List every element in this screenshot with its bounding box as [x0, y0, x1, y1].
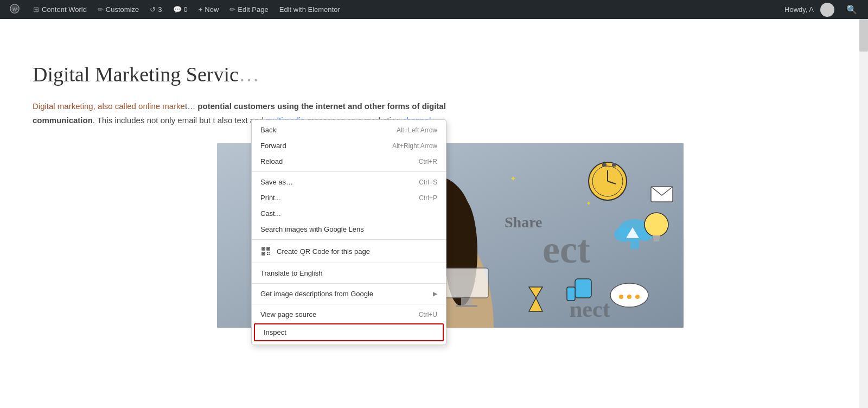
svg-point-30 [627, 295, 631, 299]
create-qr-label: Create QR Code for this page [277, 247, 370, 256]
context-menu-save-as[interactable]: Save as… Ctrl+S [252, 174, 446, 190]
search-icon[interactable]: 🔍 [840, 4, 864, 15]
comments-count: 0 [184, 5, 188, 14]
site-name-label: Content World [42, 5, 87, 14]
svg-rect-65 [267, 254, 268, 255]
save-as-label: Save as… [260, 178, 293, 186]
context-menu-search-images[interactable]: Search images with Google Lens [252, 221, 446, 237]
context-menu-print[interactable]: Print... Ctrl+P [252, 190, 446, 206]
new-label: New [205, 5, 219, 14]
site-icon: ⊞ [33, 5, 39, 14]
svg-rect-60 [267, 248, 269, 250]
separator-2 [252, 239, 446, 240]
updates-icon: ↺ [150, 5, 156, 14]
customize-label: Customize [106, 5, 139, 14]
svg-text:✦: ✦ [586, 200, 591, 207]
svg-point-31 [635, 295, 640, 299]
adminbar-new[interactable]: + New [193, 0, 225, 19]
svg-text:ect: ect [542, 228, 590, 271]
context-menu-view-source[interactable]: View page source Ctrl+U [252, 307, 446, 322]
context-menu-inspect[interactable]: Inspect [254, 323, 444, 341]
svg-rect-26 [575, 279, 591, 298]
context-menu-cast[interactable]: Cast... [252, 206, 446, 221]
page-title: Digital Marketing Servic… [33, 62, 835, 86]
edit-page-label: Edit Page [238, 5, 268, 14]
updates-count: 3 [158, 5, 162, 14]
svg-rect-24 [653, 235, 660, 239]
separator-4 [252, 283, 446, 284]
reload-shortcut: Ctrl+R [419, 158, 437, 165]
adminbar-updates[interactable]: ↺ 3 [144, 0, 167, 19]
svg-rect-63 [267, 252, 268, 253]
context-menu-forward[interactable]: Forward Alt+Right Arrow [252, 138, 446, 154]
svg-rect-27 [567, 287, 575, 301]
separator-1 [252, 171, 446, 172]
svg-rect-17 [612, 163, 616, 167]
context-menu: Back Alt+Left Arrow Forward Alt+Right Ar… [251, 119, 446, 345]
howdy-label: Howdy, A [784, 5, 814, 14]
separator-3 [252, 263, 446, 263]
adminbar-right: Howdy, A 🔍 [784, 3, 864, 17]
svg-rect-51 [445, 268, 488, 298]
reload-label: Reload [260, 157, 283, 165]
scrollbar[interactable] [859, 19, 868, 408]
page-content: Digital Marketing Servic… Digital market… [0, 19, 868, 408]
translate-label: Translate to English [260, 269, 322, 277]
scrollbar-thumb[interactable] [859, 19, 868, 52]
forward-label: Forward [260, 142, 286, 150]
adminbar-edit-page[interactable]: ✏ Edit Page [224, 0, 273, 19]
svg-point-23 [644, 213, 668, 237]
context-menu-create-qr[interactable]: Create QR Code for this page [252, 242, 446, 260]
forward-shortcut: Alt+Right Arrow [392, 142, 437, 150]
edit-page-icon: ✏ [229, 5, 235, 14]
view-source-label: View page source [260, 310, 316, 318]
back-label: Back [260, 126, 276, 134]
edit-elementor-label: Edit with Elementor [279, 5, 340, 14]
customize-icon: ✏ [98, 5, 104, 14]
image-descriptions-label: Get image descriptions from Google [260, 290, 373, 298]
context-menu-reload[interactable]: Reload Ctrl+R [252, 154, 446, 169]
user-avatar[interactable] [820, 3, 834, 17]
svg-rect-64 [269, 252, 270, 253]
admin-bar: W ⊞ Content World ✏ Customize ↺ 3 💬 0 + … [0, 0, 868, 19]
svg-text:W: W [12, 6, 17, 11]
description-highlight: Digital marketing, also called online ma… [33, 101, 185, 111]
inspect-label: Inspect [264, 328, 286, 336]
comments-icon: 💬 [173, 5, 182, 14]
svg-rect-66 [269, 254, 270, 255]
submenu-arrow-icon: ▶ [433, 290, 437, 297]
adminbar-comments[interactable]: 💬 0 [168, 0, 193, 19]
context-menu-back[interactable]: Back Alt+Left Arrow [252, 122, 446, 138]
svg-point-29 [619, 295, 623, 299]
back-shortcut: Alt+Left Arrow [397, 126, 437, 134]
adminbar-wp-logo[interactable]: W [4, 0, 28, 19]
wp-logo-icon: W [10, 4, 20, 16]
svg-rect-52 [461, 298, 472, 306]
svg-text:✦: ✦ [510, 174, 516, 183]
svg-text:Share: Share [505, 214, 542, 231]
adminbar-site-name[interactable]: ⊞ Content World [28, 0, 92, 19]
separator-5 [252, 304, 446, 304]
print-shortcut: Ctrl+P [419, 194, 437, 202]
cast-label: Cast... [260, 209, 281, 218]
adminbar-edit-elementor[interactable]: Edit with Elementor [274, 0, 346, 19]
adminbar-customize[interactable]: ✏ Customize [92, 0, 144, 19]
svg-rect-25 [654, 239, 659, 241]
search-images-label: Search images with Google Lens [260, 225, 364, 233]
context-menu-translate[interactable]: Translate to English [252, 265, 446, 281]
qr-code-icon [260, 246, 271, 257]
svg-rect-62 [263, 253, 264, 254]
svg-rect-16 [602, 163, 607, 167]
svg-rect-58 [263, 248, 264, 250]
view-source-shortcut: Ctrl+U [419, 311, 437, 318]
svg-text:nect: nect [570, 297, 610, 322]
print-label: Print... [260, 194, 281, 202]
context-menu-image-descriptions[interactable]: Get image descriptions from Google ▶ [252, 286, 446, 302]
save-as-shortcut: Ctrl+S [419, 178, 437, 186]
svg-rect-53 [456, 305, 477, 307]
new-icon: + [199, 5, 203, 14]
